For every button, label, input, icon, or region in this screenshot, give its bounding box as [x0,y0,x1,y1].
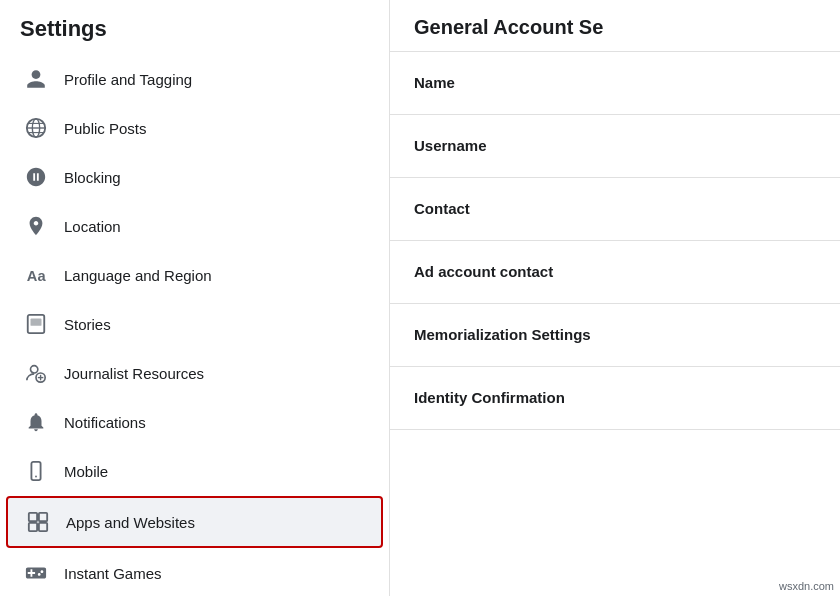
sidebar-item-instant-games[interactable]: Instant Games [6,549,383,596]
right-panel: General Account Se NameUsernameContactAd… [390,0,840,596]
sidebar-item-journalist-resources[interactable]: Journalist Resources [6,349,383,397]
profile-icon [22,65,50,93]
top-divider [390,51,840,52]
settings-item-ad-account-contact[interactable]: Ad account contact [390,245,840,299]
svg-text:Aa: Aa [27,268,47,284]
settings-item-memorialization-settings[interactable]: Memorialization Settings [390,308,840,362]
right-panel-title: General Account Se [390,0,840,47]
journalist-icon [22,359,50,387]
svg-point-8 [31,366,38,373]
settings-label-contact: Contact [414,200,470,217]
sidebar-item-label-notifications: Notifications [64,414,146,431]
public-icon [22,114,50,142]
blocking-icon [22,163,50,191]
sidebar-item-label-mobile: Mobile [64,463,108,480]
sidebar-list: Profile and TaggingPublic PostsBlockingL… [0,54,389,596]
sidebar-item-stories[interactable]: Stories [6,300,383,348]
sidebar-item-public-posts[interactable]: Public Posts [6,104,383,152]
settings-item-contact[interactable]: Contact [390,182,840,236]
svg-rect-7 [31,319,42,326]
sidebar-item-label-apps-websites: Apps and Websites [66,514,195,531]
sidebar-item-language-region[interactable]: AaLanguage and Region [6,251,383,299]
sidebar-item-notifications[interactable]: Notifications [6,398,383,446]
location-icon [22,212,50,240]
bottom-divider [390,429,840,430]
svg-rect-14 [29,513,37,521]
settings-divider-3 [390,303,840,304]
sidebar-item-label-profile-tagging: Profile and Tagging [64,71,192,88]
settings-item-username[interactable]: Username [390,119,840,173]
sidebar-item-label-journalist-resources: Journalist Resources [64,365,204,382]
main-container: Settings Profile and TaggingPublic Posts… [0,0,840,596]
sidebar-title: Settings [0,0,389,54]
stories-icon [22,310,50,338]
settings-divider-0 [390,114,840,115]
sidebar-item-label-instant-games: Instant Games [64,565,162,582]
sidebar-item-label-location: Location [64,218,121,235]
sidebar-item-apps-websites[interactable]: Apps and Websites [6,496,383,548]
svg-rect-17 [39,523,47,531]
settings-label-memorialization-settings: Memorialization Settings [414,326,591,343]
sidebar-item-mobile[interactable]: Mobile [6,447,383,495]
sidebar-item-profile-tagging[interactable]: Profile and Tagging [6,55,383,103]
language-icon: Aa [22,261,50,289]
sidebar-item-label-public-posts: Public Posts [64,120,147,137]
settings-list: NameUsernameContactAd account contactMem… [390,56,840,425]
sidebar-item-label-blocking: Blocking [64,169,121,186]
settings-item-identity-confirmation[interactable]: Identity Confirmation [390,371,840,425]
settings-label-identity-confirmation: Identity Confirmation [414,389,565,406]
sidebar-item-label-stories: Stories [64,316,111,333]
mobile-icon [22,457,50,485]
settings-divider-4 [390,366,840,367]
sidebar: Settings Profile and TaggingPublic Posts… [0,0,390,596]
settings-label-ad-account-contact: Ad account contact [414,263,553,280]
games-icon [22,559,50,587]
sidebar-item-blocking[interactable]: Blocking [6,153,383,201]
notifications-icon [22,408,50,436]
watermark: wsxdn.com [779,580,834,592]
apps-icon [24,508,52,536]
settings-item-name[interactable]: Name [390,56,840,110]
settings-label-name: Name [414,74,455,91]
settings-label-username: Username [414,137,487,154]
sidebar-item-label-language-region: Language and Region [64,267,212,284]
settings-divider-2 [390,240,840,241]
sidebar-item-location[interactable]: Location [6,202,383,250]
svg-rect-15 [39,513,47,521]
svg-point-13 [35,476,37,478]
settings-divider-1 [390,177,840,178]
svg-rect-16 [29,523,37,531]
